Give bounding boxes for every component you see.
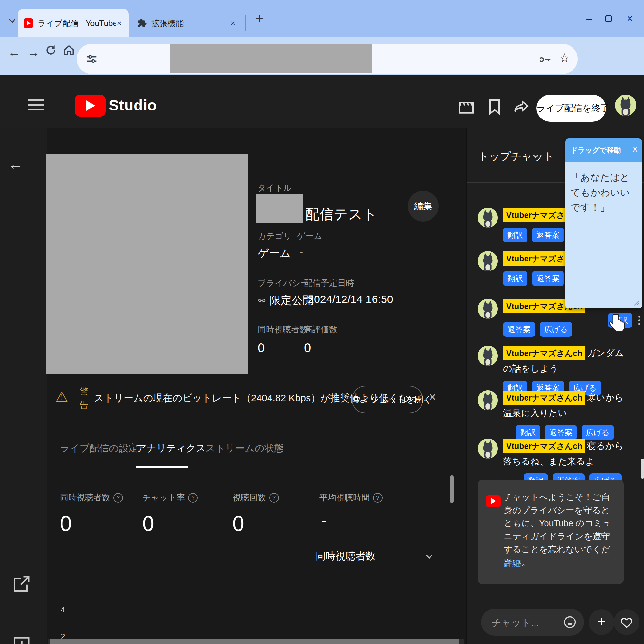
author-badge[interactable]: Vtuberナマズさんch [503, 391, 585, 405]
url-redaction [170, 44, 372, 73]
expand-button[interactable]: 広げる [540, 322, 572, 337]
metric-value: - [321, 511, 327, 529]
tab-analytics[interactable]: アナリティクス [137, 442, 206, 455]
schedule-label: 配信予定日時 [304, 278, 354, 289]
metric-label: チャット率? [142, 492, 198, 503]
tab-live-settings[interactable]: ライブ配信の設定 [60, 442, 138, 455]
tab-title: 拡張機能 [151, 18, 229, 29]
youtube-studio-logo-icon[interactable] [75, 95, 106, 117]
learn-more-link[interactable]: 詳細 [504, 558, 521, 569]
key-icon[interactable] [540, 53, 552, 66]
help-icon[interactable]: ? [113, 493, 123, 503]
author-badge[interactable]: Vtuberナマズさんch [503, 346, 585, 360]
title-redaction [256, 194, 303, 223]
bookmark-icon[interactable] [486, 98, 504, 116]
window-maximize-button[interactable] [600, 10, 618, 28]
popup-close-icon[interactable]: X [632, 145, 638, 154]
avatar[interactable] [478, 439, 498, 459]
browser-tab-active[interactable]: ライブ配信 - YouTube Studio × [18, 9, 129, 37]
heart-icon [619, 614, 634, 630]
translate-button[interactable]: 翻訳 [503, 271, 527, 286]
help-icon[interactable]: ? [188, 493, 198, 503]
open-widget-button[interactable]: ウィジェットを開く [352, 386, 423, 413]
create-video-icon[interactable] [457, 98, 475, 116]
y-axis-tick: 4 [61, 605, 65, 615]
cat-avatar-icon [478, 208, 498, 228]
heart-button[interactable] [614, 609, 639, 635]
warning-close-icon[interactable]: × [429, 390, 436, 404]
end-live-stream-button[interactable]: ライブ配信を終了 [536, 95, 606, 122]
video-title: 配信テスト [305, 205, 377, 224]
vertical-scrollbar-thumb[interactable] [450, 475, 454, 503]
back-icon[interactable]: ← [5, 43, 23, 61]
metric-selector[interactable]: 同時視聴者数 [316, 549, 437, 563]
translate-button[interactable]: 翻訳 [503, 228, 527, 242]
chat-welcome-panel: チャットへようこそ！ご自身のプライバシーを守るとともに、YouTube のコミュ… [478, 480, 624, 584]
forward-icon[interactable]: → [24, 43, 43, 61]
metric-value: 0 [60, 511, 72, 536]
feedback-icon[interactable] [11, 635, 32, 644]
edit-button[interactable]: 編集 [408, 191, 439, 222]
tab-stream-health[interactable]: ストリームの状態 [205, 442, 284, 455]
close-icon[interactable]: × [229, 18, 237, 28]
title-label: タイトル [258, 182, 292, 194]
avatar[interactable] [478, 208, 498, 228]
sidebar-back-arrow[interactable]: ← [8, 155, 23, 173]
reply-suggestion-button[interactable]: 返答案 [503, 322, 535, 337]
browser-tab-extensions[interactable]: 拡張機能 × [131, 9, 242, 37]
author-badge[interactable]: Vtuberナマズさんch [503, 439, 585, 453]
bookmark-star-icon[interactable]: ☆ [559, 51, 570, 65]
privacy-value[interactable]: 限定公開 [257, 293, 314, 308]
game-label: ゲーム [297, 231, 322, 242]
youtube-icon [486, 495, 501, 507]
window-minimize-button[interactable]: – [580, 10, 598, 28]
chevron-down-icon [426, 552, 432, 559]
metric-label: 視聴回数? [232, 492, 279, 503]
reload-icon[interactable] [42, 43, 60, 61]
window-close-button[interactable]: × [621, 10, 639, 28]
selected-metric: 同時視聴者数 [316, 550, 375, 562]
likes-value: 0 [304, 341, 311, 355]
expand-button[interactable]: 広げる [582, 425, 614, 440]
studio-logo-text[interactable]: Studio [109, 97, 157, 114]
avatar[interactable] [478, 299, 498, 319]
resize-handle-icon[interactable] [632, 299, 639, 306]
cat-avatar-icon [615, 95, 636, 116]
add-button[interactable]: + [589, 609, 614, 635]
chevron-down-icon[interactable] [534, 153, 537, 158]
close-icon[interactable]: × [116, 18, 123, 28]
avatar[interactable] [478, 390, 498, 410]
analytics-tab-bar: ライブ配信の設定 アナリティクス ストリームの状態 [47, 438, 466, 468]
category-value: ゲーム [258, 246, 291, 261]
stream-preview-redaction [46, 154, 248, 374]
chat-scrollbar-thumb[interactable] [641, 459, 644, 479]
open-in-new-icon[interactable] [11, 573, 32, 594]
chart-gridline [70, 611, 464, 611]
help-icon[interactable]: ? [373, 493, 383, 503]
emoji-icon[interactable] [563, 615, 577, 629]
chat-mode-selector[interactable]: トップチャット [478, 149, 554, 164]
help-icon[interactable]: ? [269, 493, 279, 503]
channel-avatar[interactable] [615, 95, 636, 116]
cat-avatar-icon [478, 299, 498, 319]
reply-suggestion-button[interactable]: 返答案 [532, 271, 564, 286]
reply-suggestion-button[interactable]: 返答案 [532, 228, 564, 242]
cat-avatar-icon [478, 390, 498, 410]
popup-text: 「あなたはとてもかわいいです！」 [571, 170, 637, 215]
hamburger-menu-icon[interactable] [28, 97, 46, 115]
avatar[interactable] [478, 346, 498, 366]
home-icon[interactable] [60, 43, 78, 61]
avatar[interactable] [478, 251, 498, 271]
category-label: カテゴリ [258, 231, 292, 242]
new-tab-button[interactable]: + [251, 10, 269, 28]
translate-button[interactable]: 翻訳 [516, 425, 540, 440]
chevron-down-icon [9, 16, 15, 23]
drag-popup[interactable]: ドラッグで移動 X 「あなたはとてもかわいいです！」 [565, 138, 642, 308]
popup-header[interactable]: ドラッグで移動 X [565, 138, 642, 162]
reply-suggestion-button[interactable]: 返答案 [545, 425, 577, 440]
horizontal-scrollbar-thumb[interactable] [50, 639, 459, 644]
tab-title: ライブ配信 - YouTube Studio [38, 18, 116, 29]
message-menu-icon[interactable] [638, 314, 641, 327]
share-icon[interactable] [513, 98, 531, 116]
chat-input[interactable]: チャット... [481, 609, 584, 636]
